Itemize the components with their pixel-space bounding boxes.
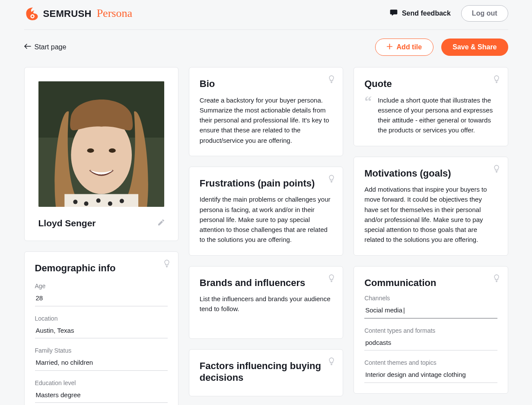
persona-photo[interactable] <box>38 81 164 207</box>
arrow-left-icon <box>24 42 31 52</box>
quote-card[interactable]: Quote “ Include a short quote that illus… <box>354 67 508 146</box>
svg-point-5 <box>87 148 94 153</box>
motivations-body[interactable]: Add motivations that inspire your buyers… <box>364 184 497 245</box>
family-status-label: Family Status <box>35 346 168 355</box>
toolbar-right-actions: Add tile Save & Share <box>375 39 508 56</box>
location-label: Location <box>35 314 168 323</box>
logout-button[interactable]: Log out <box>461 5 508 22</box>
quote-mark-icon: “ <box>364 95 372 135</box>
quote-body[interactable]: Include a short quote that illustrates t… <box>378 95 497 135</box>
brands-title: Brands and influencers <box>200 277 332 289</box>
back-link-label: Start page <box>35 42 67 52</box>
lightbulb-icon[interactable] <box>328 175 335 183</box>
column-middle: Bio Create a backstory for your buyer pe… <box>189 67 343 396</box>
bio-title: Bio <box>200 78 332 90</box>
frustrations-title: Frustrations (pain points) <box>200 177 332 190</box>
svg-point-1 <box>31 16 33 18</box>
svg-point-10 <box>96 199 100 203</box>
fire-logo-icon <box>24 6 40 21</box>
channels-field[interactable]: Social media <box>364 303 497 318</box>
lightbulb-icon[interactable] <box>493 274 500 282</box>
lightbulb-icon[interactable] <box>493 75 500 83</box>
persona-photo-card[interactable]: Lloyd Senger <box>24 67 178 241</box>
family-status-field[interactable]: Married, no children <box>35 355 168 371</box>
quote-title: Quote <box>364 78 497 90</box>
brands-body[interactable]: List the influencers and brands your aud… <box>200 294 332 314</box>
column-right: Quote “ Include a short quote that illus… <box>354 67 508 394</box>
factors-card[interactable]: Factors influencing buying decisions <box>189 349 343 396</box>
location-field[interactable]: Austin, Texas <box>35 323 168 339</box>
svg-point-8 <box>73 200 77 204</box>
speech-bubble-icon <box>389 8 398 19</box>
svg-point-6 <box>108 148 115 153</box>
frustrations-card[interactable]: Frustrations (pain points) Identify the … <box>189 167 343 256</box>
education-label: Education level <box>35 379 168 388</box>
age-label: Age <box>35 282 168 291</box>
motivations-card[interactable]: Motivations (goals) Add motivations that… <box>354 157 508 256</box>
add-tile-button[interactable]: Add tile <box>375 39 434 56</box>
brand-name: SEMRUSH <box>43 6 92 21</box>
content-types-label: Content types and formats <box>364 326 497 335</box>
svg-point-12 <box>119 199 124 203</box>
communication-card[interactable]: Communication Channels Social media Cont… <box>354 266 508 394</box>
page-toolbar: Start page Add tile Save & Share <box>24 30 508 67</box>
frustrations-body[interactable]: Identify the main problems or challenges… <box>200 194 332 244</box>
brand-logo[interactable]: SEMRUSH Persona <box>24 6 132 21</box>
persona-name-row: Lloyd Senger <box>38 216 164 230</box>
channels-label: Channels <box>364 294 497 303</box>
tile-grid: Lloyd Senger Demographic info <box>24 67 508 405</box>
lightbulb-icon[interactable] <box>328 357 335 365</box>
pencil-icon[interactable] <box>157 216 164 230</box>
bio-card[interactable]: Bio Create a backstory for your buyer pe… <box>189 67 343 156</box>
lightbulb-icon[interactable] <box>328 274 335 282</box>
svg-point-11 <box>108 202 112 206</box>
factors-title: Factors influencing buying decisions <box>200 360 332 384</box>
plus-icon <box>387 43 392 51</box>
persona-name: Lloyd Senger <box>38 216 96 230</box>
lightbulb-icon[interactable] <box>493 165 500 173</box>
add-tile-label: Add tile <box>397 43 422 51</box>
lightbulb-icon[interactable] <box>328 75 335 83</box>
save-share-button[interactable]: Save & Share <box>441 39 508 56</box>
svg-point-9 <box>84 202 88 206</box>
brands-card[interactable]: Brands and influencers List the influenc… <box>189 266 343 339</box>
content-types-field[interactable]: podcasts <box>364 335 497 351</box>
column-left: Lloyd Senger Demographic info <box>24 67 178 405</box>
demographic-title: Demographic info <box>35 262 168 274</box>
education-field[interactable]: Masters degree <box>35 388 168 403</box>
themes-label: Content themes and topics <box>364 358 497 367</box>
motivations-title: Motivations (goals) <box>364 167 497 180</box>
age-field[interactable]: 28 <box>35 291 168 306</box>
themes-field[interactable]: Interior design and vintage clothing <box>364 367 497 383</box>
header-actions: Send feedback Log out <box>389 5 508 22</box>
bio-body[interactable]: Create a backstory for your buyer person… <box>200 95 332 145</box>
lightbulb-icon[interactable] <box>163 260 170 267</box>
send-feedback-label: Send feedback <box>402 10 451 17</box>
back-to-start-link[interactable]: Start page <box>24 42 67 52</box>
app-header: SEMRUSH Persona Send feedback Log out <box>24 0 508 30</box>
communication-title: Communication <box>364 277 497 289</box>
brand-product: Persona <box>97 8 132 19</box>
send-feedback-button[interactable]: Send feedback <box>389 8 451 19</box>
demographic-card[interactable]: Demographic info Age 28 Location Austin,… <box>24 251 178 405</box>
